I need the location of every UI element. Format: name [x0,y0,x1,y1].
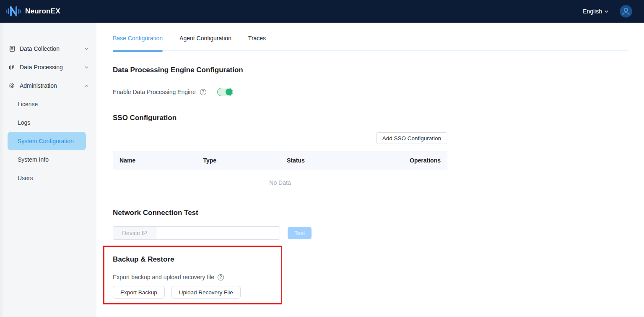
main-content: Base Configuration Agent Configuration T… [96,23,644,317]
backup-buttons-row: Export Backup Upload Recovery File [113,286,628,299]
tab-agent-configuration[interactable]: Agent Configuration [179,35,231,51]
sidebar-item-system-configuration[interactable]: System Configuration [8,132,86,150]
sidebar-item-system-info[interactable]: System Info [0,150,96,169]
toggle-knob [226,89,232,95]
backup-description-row: Export backup and upload recovery file [113,274,628,280]
language-label: English [583,8,602,15]
column-header-name: Name [113,151,197,170]
sidebar-item-label: Data Processing [20,64,63,71]
gear-icon [8,82,15,89]
network-test-row: Device IP Test [113,226,628,240]
topbar-right: English [583,5,632,18]
export-backup-button[interactable]: Export Backup [113,286,165,299]
chevron-down-icon [604,9,609,14]
brand: NeuronEX [6,5,60,18]
chevron-down-icon [84,47,89,51]
neuronex-logo-icon [6,5,21,18]
sidebar-item-label: Data Collection [20,45,60,52]
brand-name: NeuronEX [25,7,60,16]
sidebar-subitem-label: License [18,101,38,107]
device-ip-input[interactable] [156,226,280,240]
sidebar-item-label: Administration [20,82,57,89]
column-header-type: Type [197,151,280,170]
sso-toolbar: Add SSO Configuration [113,132,447,144]
sso-table: Name Type Status Operations [113,151,447,170]
sidebar-subitem-label: System Info [18,156,49,163]
sidebar: Data Collection Data Processing [0,23,96,317]
tab-bar: Base Configuration Agent Configuration T… [113,35,628,51]
add-sso-configuration-button[interactable]: Add SSO Configuration [376,132,447,144]
sidebar-item-users[interactable]: Users [0,169,96,187]
sso-table-header-row: Name Type Status Operations [113,151,447,170]
neuronex-app: NeuronEX English [0,0,644,317]
sidebar-subitem-label: Logs [18,119,30,126]
chevron-up-icon [84,84,89,88]
sidebar-item-data-collection[interactable]: Data Collection [0,39,96,58]
tab-base-configuration[interactable]: Base Configuration [113,35,163,51]
backup-description: Export backup and upload recovery file [113,274,214,280]
user-avatar-icon[interactable] [620,5,632,18]
language-selector[interactable]: English [583,8,609,15]
engine-section-title: Data Processing Engine Configuration [113,66,628,74]
chevron-down-icon [84,65,89,70]
tab-traces[interactable]: Traces [248,35,266,51]
no-data-text: No Data [269,179,291,186]
test-button[interactable]: Test [288,227,312,239]
network-section-title: Network Connection Test [113,209,628,217]
column-header-status: Status [280,151,364,170]
data-processing-icon [8,64,15,71]
engine-toggle-row: Enable Data Processing Engine [113,88,628,96]
backup-restore-section: Backup & Restore Export backup and uploa… [113,251,628,299]
column-header-operations: Operations [364,151,448,170]
device-ip-label: Device IP [113,226,156,240]
sidebar-item-license[interactable]: License [0,95,96,113]
sidebar-item-data-processing[interactable]: Data Processing [0,58,96,76]
sidebar-subitem-label: Users [18,175,33,181]
question-mark-circle-icon[interactable] [200,89,206,95]
sidebar-item-logs[interactable]: Logs [0,113,96,132]
sidebar-subitem-label: System Configuration [18,138,74,144]
backup-section-title: Backup & Restore [113,255,628,264]
data-collection-icon [8,45,15,52]
sso-section: SSO Configuration Add SSO Configuration … [113,114,447,196]
device-ip-group: Device IP [113,226,280,240]
enable-engine-label: Enable Data Processing Engine [113,89,196,95]
upload-recovery-file-button[interactable]: Upload Recovery File [171,286,241,299]
sso-section-title: SSO Configuration [113,114,447,122]
question-mark-circle-icon[interactable] [218,274,224,280]
topbar: NeuronEX English [0,0,644,23]
enable-engine-toggle[interactable] [217,88,233,96]
sso-table-empty-state: No Data [113,170,447,196]
sidebar-item-administration[interactable]: Administration [0,76,96,95]
